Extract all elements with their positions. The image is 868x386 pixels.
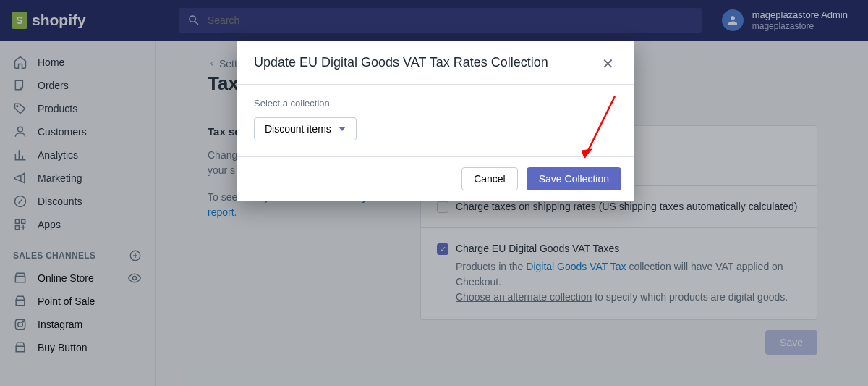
modal-close-button[interactable]: ✕ [599,55,617,72]
modal-update-collection: Update EU Digital Goods VAT Tax Rates Co… [237,41,634,201]
close-icon: ✕ [602,56,614,72]
modal-title: Update EU Digital Goods VAT Tax Rates Co… [254,55,548,70]
dropdown-value: Discount items [265,123,331,135]
cancel-button[interactable]: Cancel [461,167,518,190]
modal-field-label: Select a collection [254,98,617,109]
save-collection-button[interactable]: Save Collection [527,167,621,190]
collection-dropdown[interactable]: Discount items [254,117,357,140]
caret-down-icon [339,127,346,131]
